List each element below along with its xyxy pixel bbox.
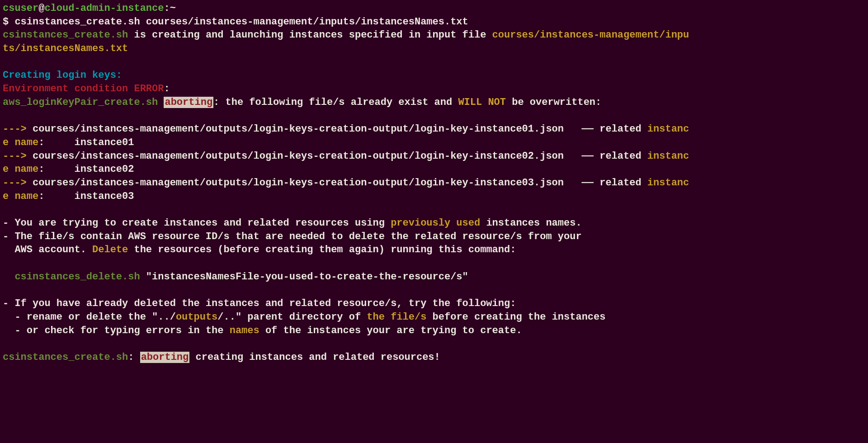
bullet: - You are trying to create instances and… [3,217,391,229]
sub-bullet: - rename or delete the "../ [3,311,176,323]
file-path: courses/instances-management/outputs/log… [27,151,647,162]
prompt-path: :~ [164,3,175,14]
arrow-icon: ---> [3,151,27,162]
prompt-dollar: $ [3,16,14,28]
instance-name: instance02 [74,164,134,175]
instance-name: instance01 [74,137,134,148]
prompt: csuser@cloud-admin-instance:~ [3,3,176,14]
bullet: - The file/s contain AWS resource ID/s t… [3,231,582,242]
highlight: previously used [391,217,480,229]
sub-bullet: - or check for typing errors in the [3,325,230,336]
bullet: - If you have already deleted the instan… [3,298,516,309]
terminal-output[interactable]: csuser@cloud-admin-instance:~ $ csinstan… [3,2,692,364]
highlight: outputs [176,311,217,323]
prompt-at: @ [38,3,44,14]
suggested-cmd-script: csinstances_delete.sh [14,271,140,283]
suggested-cmd-arg: "instancesNamesFile-you-used-to-create-t… [140,271,468,283]
highlight: names [230,325,259,336]
arrow-icon: ---> [3,177,27,189]
abort-mid: : the following file/s already exist and [213,97,458,108]
highlight: Delete [92,244,128,255]
launch-mid: is creating and launching instances spec… [128,29,492,41]
abort-word: aborting [164,97,213,108]
final-script: csinstances_create.sh [3,352,128,363]
willnot: WILL NOT [458,97,506,108]
abort-word: aborting [140,352,190,363]
error-label: Environment condition ERROR [3,83,164,94]
abort-script: aws_loginKeyPair_create.sh [3,97,158,108]
error-colon: : [164,83,170,94]
section-heading: Creating login keys: [3,70,122,81]
instance-name: instance03 [74,191,134,202]
file-path: courses/instances-management/outputs/log… [27,177,647,189]
prompt-host: cloud-admin-instance [44,3,164,14]
final-msg: creating instances and related resources… [189,352,440,363]
abort-tail: be overwritten: [506,97,601,108]
file-path: courses/instances-management/outputs/log… [27,123,647,135]
highlight: the file/s [367,311,426,323]
launch-script: csinstances_create.sh [3,29,128,41]
command-text: csinstances_create.sh courses/instances-… [14,16,468,28]
prompt-user: csuser [3,3,38,14]
arrow-icon: ---> [3,123,27,135]
